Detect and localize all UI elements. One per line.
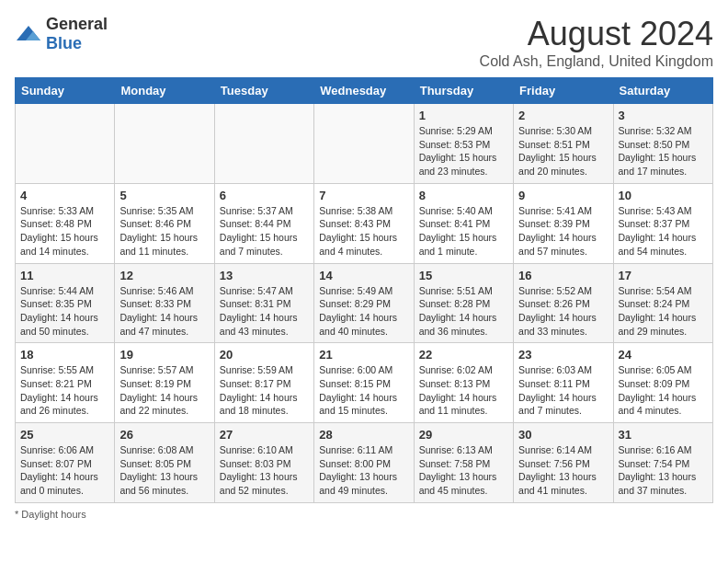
day-info: Sunrise: 5:52 AM Sunset: 8:26 PM Dayligh… (518, 284, 608, 339)
calendar-cell: 3Sunrise: 5:32 AM Sunset: 8:50 PM Daylig… (613, 104, 712, 184)
day-info: Sunrise: 5:44 AM Sunset: 8:35 PM Dayligh… (20, 284, 109, 339)
day-number: 17 (619, 269, 708, 282)
day-info: Sunrise: 6:13 AM Sunset: 7:58 PM Dayligh… (419, 443, 508, 498)
calendar-cell: 11Sunrise: 5:44 AM Sunset: 8:35 PM Dayli… (16, 263, 115, 343)
calendar-cell: 17Sunrise: 5:54 AM Sunset: 8:24 PM Dayli… (613, 263, 712, 343)
day-info: Sunrise: 5:55 AM Sunset: 8:21 PM Dayligh… (20, 363, 109, 418)
day-number: 11 (20, 269, 109, 282)
calendar-cell: 28Sunrise: 6:11 AM Sunset: 8:00 PM Dayli… (314, 423, 414, 503)
day-info: Sunrise: 5:40 AM Sunset: 8:41 PM Dayligh… (419, 204, 508, 259)
page-subtitle: Cold Ash, England, United Kingdom (480, 53, 713, 70)
header-wednesday: Wednesday (314, 78, 414, 104)
day-info: Sunrise: 5:43 AM Sunset: 8:37 PM Dayligh… (619, 204, 708, 259)
day-number: 15 (419, 269, 508, 282)
day-info: Sunrise: 6:14 AM Sunset: 7:56 PM Dayligh… (518, 443, 608, 498)
calendar-cell (115, 104, 214, 184)
day-info: Sunrise: 5:54 AM Sunset: 8:24 PM Dayligh… (619, 284, 708, 339)
day-number: 24 (619, 348, 708, 362)
calendar-cell: 1Sunrise: 5:29 AM Sunset: 8:53 PM Daylig… (414, 104, 513, 184)
day-number: 29 (419, 428, 508, 442)
day-info: Sunrise: 6:00 AM Sunset: 8:15 PM Dayligh… (319, 363, 408, 418)
calendar-cell: 2Sunrise: 5:30 AM Sunset: 8:51 PM Daylig… (514, 104, 613, 184)
day-number: 5 (119, 189, 209, 202)
calendar-cell (214, 104, 313, 184)
title-area: August 2024 Cold Ash, England, United Ki… (480, 15, 713, 70)
calendar-cell: 27Sunrise: 6:10 AM Sunset: 8:03 PM Dayli… (214, 423, 313, 503)
page-header: General Blue August 2024 Cold Ash, Engla… (15, 15, 713, 70)
day-info: Sunrise: 6:03 AM Sunset: 8:11 PM Dayligh… (518, 363, 608, 418)
calendar-cell: 14Sunrise: 5:49 AM Sunset: 8:29 PM Dayli… (314, 263, 414, 343)
calendar-cell: 4Sunrise: 5:33 AM Sunset: 8:48 PM Daylig… (16, 183, 115, 263)
calendar-week-3: 11Sunrise: 5:44 AM Sunset: 8:35 PM Dayli… (16, 263, 713, 343)
day-info: Sunrise: 5:49 AM Sunset: 8:29 PM Dayligh… (319, 284, 408, 339)
day-number: 22 (419, 348, 508, 362)
day-info: Sunrise: 6:10 AM Sunset: 8:03 PM Dayligh… (220, 443, 309, 498)
day-number: 21 (319, 348, 408, 362)
day-info: Sunrise: 5:35 AM Sunset: 8:46 PM Dayligh… (119, 204, 209, 259)
day-info: Sunrise: 6:05 AM Sunset: 8:09 PM Dayligh… (619, 363, 708, 418)
day-number: 7 (319, 189, 408, 202)
day-info: Sunrise: 5:33 AM Sunset: 8:48 PM Dayligh… (20, 204, 109, 259)
calendar-cell: 13Sunrise: 5:47 AM Sunset: 8:31 PM Dayli… (214, 263, 313, 343)
calendar-table: SundayMondayTuesdayWednesdayThursdayFrid… (15, 77, 713, 503)
calendar-cell: 12Sunrise: 5:46 AM Sunset: 8:33 PM Dayli… (115, 263, 214, 343)
day-number: 19 (119, 348, 209, 362)
day-info: Sunrise: 5:47 AM Sunset: 8:31 PM Dayligh… (220, 284, 309, 339)
calendar-cell: 16Sunrise: 5:52 AM Sunset: 8:26 PM Dayli… (514, 263, 613, 343)
day-info: Sunrise: 6:08 AM Sunset: 8:05 PM Dayligh… (119, 443, 209, 498)
header-tuesday: Tuesday (214, 78, 313, 104)
calendar-cell: 24Sunrise: 6:05 AM Sunset: 8:09 PM Dayli… (613, 343, 712, 423)
calendar-cell: 5Sunrise: 5:35 AM Sunset: 8:46 PM Daylig… (115, 183, 214, 263)
day-number: 31 (619, 428, 708, 442)
day-info: Sunrise: 6:02 AM Sunset: 8:13 PM Dayligh… (419, 363, 508, 418)
calendar-cell: 23Sunrise: 6:03 AM Sunset: 8:11 PM Dayli… (514, 343, 613, 423)
day-info: Sunrise: 5:30 AM Sunset: 8:51 PM Dayligh… (518, 124, 608, 178)
header-sunday: Sunday (16, 78, 115, 104)
page-title: August 2024 (480, 15, 713, 53)
calendar-cell: 30Sunrise: 6:14 AM Sunset: 7:56 PM Dayli… (514, 423, 613, 503)
day-info: Sunrise: 5:29 AM Sunset: 8:53 PM Dayligh… (419, 124, 508, 178)
day-number: 20 (220, 348, 309, 362)
calendar-week-5: 25Sunrise: 6:06 AM Sunset: 8:07 PM Dayli… (16, 423, 713, 503)
day-info: Sunrise: 5:41 AM Sunset: 8:39 PM Dayligh… (518, 204, 608, 259)
day-info: Sunrise: 5:32 AM Sunset: 8:50 PM Dayligh… (619, 124, 708, 178)
day-number: 1 (419, 109, 508, 122)
day-info: Sunrise: 5:57 AM Sunset: 8:19 PM Dayligh… (119, 363, 209, 418)
logo-blue: Blue (46, 34, 82, 52)
calendar-cell: 29Sunrise: 6:13 AM Sunset: 7:58 PM Dayli… (414, 423, 513, 503)
calendar-cell: 19Sunrise: 5:57 AM Sunset: 8:19 PM Dayli… (115, 343, 214, 423)
calendar-cell: 15Sunrise: 5:51 AM Sunset: 8:28 PM Dayli… (414, 263, 513, 343)
calendar-cell: 21Sunrise: 6:00 AM Sunset: 8:15 PM Dayli… (314, 343, 414, 423)
day-number: 30 (518, 428, 608, 442)
day-info: Sunrise: 6:16 AM Sunset: 7:54 PM Dayligh… (619, 443, 708, 498)
day-info: Sunrise: 6:11 AM Sunset: 8:00 PM Dayligh… (319, 443, 408, 498)
day-number: 28 (319, 428, 408, 442)
header-thursday: Thursday (414, 78, 513, 104)
day-info: Sunrise: 6:06 AM Sunset: 8:07 PM Dayligh… (20, 443, 109, 498)
calendar-cell (314, 104, 414, 184)
day-number: 9 (518, 189, 608, 202)
day-number: 25 (20, 428, 109, 442)
day-number: 3 (619, 109, 708, 122)
calendar-cell: 7Sunrise: 5:38 AM Sunset: 8:43 PM Daylig… (314, 183, 414, 263)
calendar-cell (16, 104, 115, 184)
header-saturday: Saturday (613, 78, 712, 104)
calendar-cell: 25Sunrise: 6:06 AM Sunset: 8:07 PM Dayli… (16, 423, 115, 503)
day-number: 10 (619, 189, 708, 202)
footer-note-text: Daylight hours (21, 509, 85, 520)
day-info: Sunrise: 5:59 AM Sunset: 8:17 PM Dayligh… (220, 363, 309, 418)
day-number: 12 (119, 269, 209, 282)
day-number: 18 (20, 348, 109, 362)
day-info: Sunrise: 5:37 AM Sunset: 8:44 PM Dayligh… (220, 204, 309, 259)
calendar-cell: 6Sunrise: 5:37 AM Sunset: 8:44 PM Daylig… (214, 183, 313, 263)
day-number: 16 (518, 269, 608, 282)
day-number: 4 (20, 189, 109, 202)
calendar-cell: 20Sunrise: 5:59 AM Sunset: 8:17 PM Dayli… (214, 343, 313, 423)
day-number: 8 (419, 189, 508, 202)
logo-icon (15, 24, 42, 44)
day-number: 26 (119, 428, 209, 442)
calendar-cell: 10Sunrise: 5:43 AM Sunset: 8:37 PM Dayli… (613, 183, 712, 263)
header-friday: Friday (514, 78, 613, 104)
calendar-week-2: 4Sunrise: 5:33 AM Sunset: 8:48 PM Daylig… (16, 183, 713, 263)
day-info: Sunrise: 5:46 AM Sunset: 8:33 PM Dayligh… (119, 284, 209, 339)
